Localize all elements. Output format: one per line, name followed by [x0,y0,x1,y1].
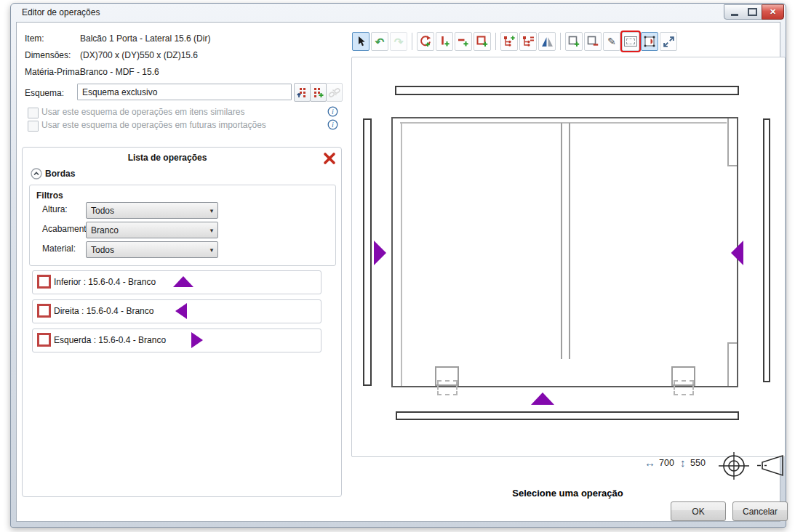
status-message: Selecione uma operação [351,488,784,499]
scheme-grid-plus-icon [312,86,324,99]
scheme-input[interactable] [77,84,292,100]
vline-plus-icon [438,35,451,48]
drawing-canvas[interactable] [351,57,786,457]
direita-checkbox[interactable] [37,304,51,318]
use-scheme-similar-checkbox [28,108,39,118]
mirror-operation-button[interactable] [538,32,556,51]
operations-list-title: Lista de operações [22,153,313,163]
dialog-title: Editor de operações [22,7,100,17]
add-rectangular-machining-button[interactable] [474,32,491,51]
zoom-out-area-button[interactable] [584,32,602,51]
operation-row-esquerda[interactable]: Esquerda : 15.6-0.4 - Branco [32,329,321,352]
material-selected-value: Todos [87,245,206,255]
view-direction-icon [756,454,788,481]
unlink-scheme-button [326,83,343,102]
hline-plus-icon [457,35,470,48]
altura-label: Altura: [42,204,68,214]
dimensions-value: (DX)700 x (DY)550 x (DZ)15.6 [80,50,198,60]
bottom-right-notch [727,342,737,386]
esquerda-label: Esquerda : 15.6-0.4 - Branco [54,335,166,345]
use-scheme-imports-checkbox [28,121,39,132]
right-edgeband-arrow[interactable] [731,241,743,265]
add-scheme-button[interactable] [310,83,327,102]
info-similar-icon[interactable]: i [327,106,338,120]
ok-button[interactable]: OK [671,501,726,521]
left-edgeband-arrow[interactable] [374,241,386,265]
use-scheme-imports-label: Usar este esquema de operações em futura… [41,120,266,130]
edgeband-direction-up-icon [173,276,193,287]
scheme-grid-arrow-icon [296,86,308,99]
rect-plus-icon [476,35,489,48]
dashed-rect-icon [624,36,637,47]
minimize-icon [731,14,738,16]
origin-crosshair-icon [717,451,751,484]
operation-scheme-list-button[interactable] [519,32,537,51]
add-operation-scheme-button[interactable] [500,32,518,51]
canvas-toolbar: ↶ ↷ [352,31,677,52]
altura-selected-value: Todos [87,206,206,216]
material-label: Matéria-Prima: [25,67,82,77]
undo-button[interactable]: ↶ [371,32,388,51]
zoom-in-area-button[interactable] [565,32,583,51]
minimize-button[interactable] [724,4,745,20]
select-scheme-button[interactable] [294,83,311,102]
panel-edgeband-icon [643,35,656,48]
mirror-icon [541,36,554,48]
maximize-button[interactable] [743,4,762,20]
bordas-collapse-button[interactable] [31,168,42,182]
cursor-icon [355,36,367,47]
bordas-group-title: Bordas [45,169,75,179]
undo-icon: ↶ [375,36,385,47]
altura-select[interactable]: Todos ▾ [86,202,218,219]
bottom-edgeband-arrow[interactable] [531,392,554,405]
circle-plus-icon [419,35,432,48]
esquerda-checkbox[interactable] [37,333,51,347]
rect-zoom-out-icon [586,35,599,48]
redo-button: ↷ [390,32,407,51]
close-icon: ✕ [770,7,776,17]
edgeband-left-strip [363,118,372,386]
item-label: Item: [25,33,44,44]
panel-drawing [391,117,738,387]
measure-button[interactable]: ✎ [603,32,620,51]
show-dimensions-button[interactable] [622,32,639,51]
width-arrow-icon: ↔ [644,456,655,469]
red-x-icon [322,151,337,166]
broken-chain-icon [328,86,340,99]
inferior-checkbox[interactable] [37,275,51,289]
toolbar-separator [495,33,496,50]
close-button[interactable]: ✕ [762,4,784,20]
pencil-icon: ✎ [607,36,616,47]
chevron-up-circle-icon [31,168,42,180]
top-right-notch [727,118,737,166]
material-value: Branco - MDF - 15.6 [80,67,159,77]
rect-zoom-in-icon [567,35,580,48]
operation-row-inferior[interactable]: Inferior : 15.6-0.4 - Branco [32,270,321,294]
add-circular-machining-button[interactable] [417,32,434,51]
delete-operations-button[interactable] [320,150,338,167]
show-edgebands-button[interactable] [641,32,658,51]
material-select[interactable]: Todos ▾ [86,241,218,258]
add-horizontal-machining-button[interactable] [455,32,472,51]
edgeband-top-strip [395,86,739,95]
fit-view-button[interactable] [660,32,677,51]
toolbar-separator [412,33,412,50]
chevron-down-icon: ▾ [206,207,217,214]
add-vertical-machining-button[interactable] [436,32,453,51]
svg-text:i: i [332,108,334,116]
item-value: Balcão 1 Porta - Lateral 15.6 (Dir) [80,33,210,44]
hinge-dashed-right [674,380,694,395]
center-groove [561,123,570,359]
redo-icon: ↷ [394,36,404,47]
acabamento-select[interactable]: Branco ▾ [86,222,218,238]
operation-row-direita[interactable]: Direita : 15.6-0.4 - Branco [32,299,321,323]
chevron-down-icon: ▾ [206,246,217,254]
info-imports-icon[interactable]: i [327,119,338,133]
cancel-button[interactable]: Cancelar [732,501,788,521]
filters-title: Filtros [36,190,63,201]
height-arrow-icon: ↕ [680,456,686,469]
cursor-select-button[interactable] [352,32,369,51]
edgeband-direction-right-icon [191,332,203,348]
toolbar-separator [560,33,561,50]
scheme-label: Esquema: [25,88,64,98]
